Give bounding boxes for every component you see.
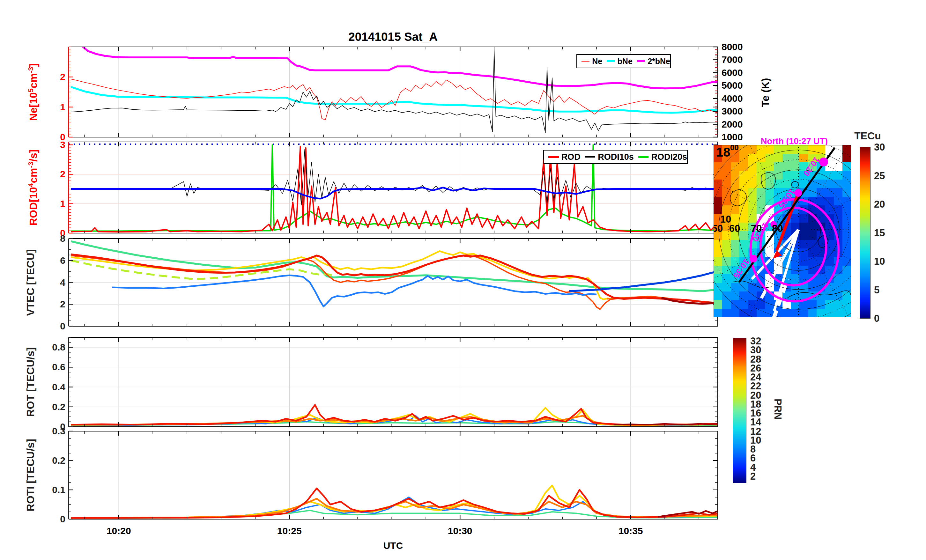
y-tick-ne: 2 — [38, 72, 65, 82]
legend-swatch — [638, 156, 649, 158]
y-tick-rot: 0.8 — [38, 342, 65, 353]
legend-ne: NebNe2*bNe — [576, 54, 671, 68]
tecu-tick: 5 — [874, 285, 879, 296]
prn-colorbar-title: PRN — [772, 399, 784, 419]
legend-label: ROD — [561, 152, 581, 162]
legend-label: Ne — [592, 57, 602, 66]
te-tick: 8000 — [722, 42, 757, 52]
y-tick-vtec: 8 — [38, 233, 65, 244]
te-tick: 2000 — [722, 119, 757, 129]
x-tick: 10:30 — [438, 525, 482, 536]
y-tick-rod: 1 — [38, 199, 65, 209]
prn-colorbar — [733, 338, 746, 483]
legend-label: bNe — [617, 57, 632, 66]
tecu-tick: 30 — [874, 142, 885, 153]
tecu-colorbar-title: TECu — [850, 130, 885, 142]
legend-swatch — [607, 60, 615, 62]
map-label: 80 — [772, 223, 783, 234]
polar-tec-map: 10:2010:2510:3010:3518001050607080 — [714, 145, 851, 317]
te-tick: 7000 — [722, 54, 757, 65]
map-label: 00 — [730, 145, 739, 152]
te-tick: 3000 — [722, 106, 757, 117]
legend-swatch — [548, 156, 559, 158]
prn-tick: 2 — [750, 471, 756, 482]
y-tick-vtec: 6 — [38, 256, 65, 266]
y-tick-rot: 0.6 — [38, 362, 65, 372]
y-tick-roti: 0 — [38, 514, 65, 524]
x-tick: 10:20 — [96, 525, 141, 536]
ylabel-roti: ROTI [TECU/s] — [24, 439, 37, 511]
legend-rod: RODRODI10sRODI20s — [543, 150, 688, 164]
x-axis-title: UTC — [371, 540, 416, 551]
figure: 20141015 Sat_A 0128000700060005000400030… — [0, 0, 926, 560]
ylabel-ne: Ne[105cm-3] — [27, 63, 39, 121]
y-tick-roti: 0.2 — [38, 456, 65, 466]
map-label: 18 — [716, 145, 731, 159]
ylabel-rot: ROT [TECU/s] — [24, 347, 37, 417]
legend-swatch — [637, 60, 645, 62]
y-tick-rod: 3 — [38, 140, 65, 150]
y-tick-rod: 2 — [38, 169, 65, 179]
ylabel-vtec: VTEC [TECU] — [24, 249, 37, 316]
tecu-tick: 20 — [874, 199, 885, 210]
tecu-tick: 0 — [874, 313, 879, 324]
map-label: 50 — [714, 223, 723, 234]
legend-swatch — [581, 61, 590, 62]
legend-label: RODI10s — [598, 152, 634, 162]
x-tick: 10:25 — [267, 525, 312, 536]
legend-label: RODI20s — [651, 152, 687, 162]
te-tick: 6000 — [722, 68, 757, 78]
y-tick-vtec: 2 — [38, 299, 65, 309]
tecu-tick: 10 — [874, 256, 885, 267]
tecu-tick: 25 — [874, 170, 885, 182]
x-tick: 10:35 — [608, 525, 653, 536]
y-tick-roti: 0.1 — [38, 485, 65, 495]
te-tick: 4000 — [722, 94, 757, 104]
y-tick-vtec: 0 — [38, 321, 65, 331]
map-label: 60 — [729, 223, 740, 234]
ylabel-rod: ROD[104cm-3/s] — [27, 149, 39, 226]
y-tick-rot: 0.4 — [38, 382, 65, 392]
te-tick: 5000 — [722, 80, 757, 91]
legend-swatch — [585, 156, 596, 157]
ylabel-te: Te (K) — [760, 78, 772, 107]
y-tick-rot: 0.2 — [38, 402, 65, 412]
y-tick-vtec: 4 — [38, 277, 65, 288]
tecu-tick: 15 — [874, 227, 885, 239]
tecu-colorbar — [859, 147, 870, 319]
map-label: 70 — [751, 223, 762, 234]
y-tick-roti: 0.3 — [38, 426, 65, 436]
legend-label: 2*bNe — [648, 57, 670, 66]
y-tick-ne: 1 — [38, 102, 65, 112]
